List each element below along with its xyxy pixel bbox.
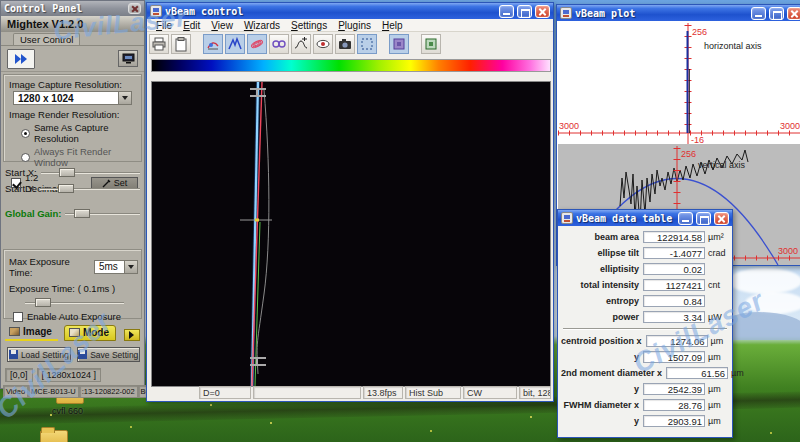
max-exposure-label: Max Exposure Time:: [9, 256, 92, 278]
desktop-folder-label: cvfl 660: [52, 406, 83, 416]
printer-icon: [151, 36, 167, 52]
copy-button[interactable]: [171, 34, 191, 54]
vbeam-data-table-window: vBeam data table beam area122914.58µm² e…: [557, 209, 733, 438]
tab-image[interactable]: Image: [5, 325, 58, 341]
vbeam-plot-titlebar[interactable]: vBeam plot: [557, 5, 800, 21]
table-row: beam area122914.58µm²: [561, 229, 729, 245]
menu-edit[interactable]: Edit: [178, 20, 205, 31]
menu-file[interactable]: File: [151, 20, 177, 31]
menu-wizards[interactable]: Wizards: [239, 20, 285, 31]
play-button[interactable]: [7, 49, 35, 69]
clipboard-icon: [173, 36, 189, 52]
menu-help[interactable]: Help: [377, 20, 408, 31]
vbeam-data-table-titlebar[interactable]: vBeam data table: [558, 210, 732, 226]
snapshot-button[interactable]: [335, 34, 355, 54]
tab-mode[interactable]: Mode: [64, 325, 116, 341]
ellipse-fit-toggle[interactable]: [247, 34, 267, 54]
x-min-label: 3000: [559, 121, 579, 131]
close-button[interactable]: [787, 7, 800, 20]
grid-button[interactable]: [421, 34, 441, 54]
status-bar: D=0 13.8fps Hist Sub CW bit, 1280 x 960: [149, 386, 551, 399]
radio-always-fit[interactable]: Always Fit Render Window: [21, 146, 138, 168]
max-exposure-select[interactable]: 5ms: [94, 260, 138, 274]
horizontal-axis-plot: 256 horizontal axis 3000 3000 -16: [558, 21, 800, 144]
value-field: 28.76: [643, 399, 705, 411]
close-button[interactable]: [535, 5, 550, 18]
value-field: 1507.09: [643, 351, 705, 363]
live-view-toggle[interactable]: [313, 34, 333, 54]
ellipse-fit-icon: [249, 36, 265, 52]
table-row: ellipse tilt-1.4077crad: [561, 245, 729, 261]
control-panel-title: Control Panel: [4, 3, 125, 14]
menu-settings[interactable]: Settings: [286, 20, 332, 31]
beam-view-toggle[interactable]: [203, 34, 223, 54]
minimize-button[interactable]: [751, 7, 766, 20]
start-x-slider[interactable]: [41, 168, 140, 177]
menu-view[interactable]: View: [206, 20, 238, 31]
status-hist: Hist Sub: [405, 386, 461, 399]
vbeam-data-table-title: vBeam data table: [576, 213, 675, 224]
slider-thumb[interactable]: [58, 184, 74, 193]
minimize-button[interactable]: [678, 212, 693, 225]
eye-icon: [315, 36, 331, 52]
cloud: [728, 268, 800, 294]
table-row: centroid position x1274.06µm: [561, 333, 729, 349]
user-control-tab[interactable]: User Control: [1, 32, 144, 46]
table-row: elliptisity0.02: [561, 261, 729, 277]
vbeam-control-window: vBeam control File Edit View Wizards Set…: [146, 2, 554, 402]
profile-peak-toggle[interactable]: [225, 34, 245, 54]
table-row: y2903.91µm: [561, 413, 729, 429]
render-resolution-label: Image Render Resolution:: [9, 109, 138, 120]
palette-button[interactable]: [389, 34, 409, 54]
print-button[interactable]: [149, 34, 169, 54]
desktop-folder-icon[interactable]: [40, 430, 68, 442]
table-row: power3.34µW: [561, 309, 729, 325]
menu-plugins[interactable]: Plugins: [333, 20, 376, 31]
exposure-time-label: Exposure Time: ( 0.1ms ): [9, 283, 138, 294]
status-model: MCE-B013-U: [28, 385, 79, 398]
save-setting-button[interactable]: Save Setting: [77, 347, 141, 362]
beam-image-view[interactable]: [151, 81, 551, 387]
exposure-time-slider[interactable]: [25, 298, 124, 307]
slider-thumb[interactable]: [59, 168, 75, 177]
status-blank: [253, 386, 361, 399]
palette-icon: [391, 36, 407, 52]
tab-scroll-button[interactable]: [124, 329, 140, 341]
plot-title: horizontal axis: [704, 41, 762, 51]
maximize-button[interactable]: [517, 5, 532, 18]
auto-exposure-checkbox[interactable]: [13, 312, 23, 322]
global-gain-slider[interactable]: [65, 209, 140, 218]
y-max-label: 256: [681, 149, 696, 159]
vbeam-control-titlebar[interactable]: vBeam control: [147, 3, 553, 19]
table-row: total intensity1127421cnt: [561, 277, 729, 293]
capture-resolution-select[interactable]: 1280 x 1024: [13, 91, 132, 105]
status-cursor-coord: [0,0]: [5, 368, 33, 382]
control-panel-titlebar[interactable]: Control Panel: [1, 1, 144, 16]
camera-settings-button[interactable]: [118, 50, 138, 67]
camera-icon: [337, 36, 353, 52]
rings-toggle[interactable]: [269, 34, 289, 54]
radio-dot: [21, 153, 30, 162]
load-setting-button[interactable]: Load Setting: [7, 347, 71, 362]
slider-thumb[interactable]: [74, 209, 90, 218]
slider-thumb[interactable]: [35, 298, 51, 307]
start-y-slider[interactable]: [40, 184, 140, 193]
minimize-button[interactable]: [499, 5, 514, 18]
mode-tab-icon: [69, 328, 80, 337]
profile-cut-toggle[interactable]: [291, 34, 311, 54]
close-button[interactable]: [128, 3, 141, 14]
beam-image: [152, 82, 550, 386]
maximize-button[interactable]: [769, 7, 784, 20]
start-x-label: Start X:: [5, 167, 37, 178]
global-gain-label: Global Gain:: [5, 208, 61, 219]
table-row: y1507.09µm: [561, 349, 729, 365]
floppy-icon: [9, 350, 18, 359]
radio-same-as-capture[interactable]: Same As Capture Resolution: [21, 122, 138, 144]
decimation-checkbox[interactable]: [11, 178, 21, 188]
close-button[interactable]: [714, 212, 729, 225]
baseline-label: -16: [691, 135, 704, 144]
image-tab-icon: [9, 327, 20, 336]
selection-toggle[interactable]: [357, 34, 377, 54]
vbeam-plot-title: vBeam plot: [575, 8, 748, 19]
maximize-button[interactable]: [696, 212, 711, 225]
